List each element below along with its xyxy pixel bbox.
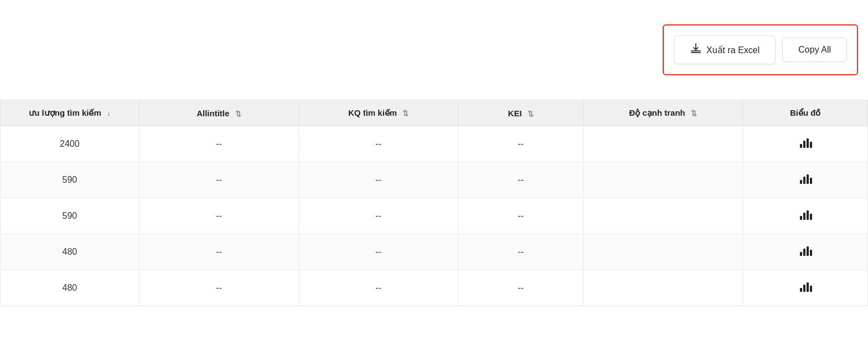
svg-rect-17 (810, 250, 812, 256)
svg-rect-8 (807, 174, 809, 184)
cell-do (583, 126, 742, 162)
cell-kq: -- (299, 198, 458, 234)
cell-luong: 590 (1, 162, 140, 198)
cell-allintitle: -- (139, 198, 298, 234)
cell-bieu[interactable] (743, 234, 868, 270)
export-excel-label: Xuất ra Excel (706, 45, 760, 55)
svg-rect-2 (800, 144, 802, 148)
cell-luong: 480 (1, 234, 140, 270)
svg-rect-20 (807, 282, 809, 292)
main-table: ưu lượng tìm kiếm ↓ Allintitle ⇅ KQ tìm … (0, 100, 868, 306)
top-bar: Xuất ra Excel Copy All (0, 0, 868, 100)
cell-do (583, 234, 742, 270)
cell-do (583, 162, 742, 198)
sort-icon-allintitle: ⇅ (235, 110, 241, 118)
svg-rect-5 (810, 142, 812, 148)
bar-chart-icon (799, 173, 812, 187)
cell-kei: -- (458, 126, 583, 162)
col-header-bieu: Biểu đồ (743, 100, 868, 126)
sort-icon-luong: ↓ (107, 109, 111, 117)
table-header-row: ưu lượng tìm kiếm ↓ Allintitle ⇅ KQ tìm … (1, 100, 868, 126)
export-icon (690, 43, 702, 57)
cell-kq: -- (299, 270, 458, 306)
svg-rect-12 (807, 210, 809, 220)
col-luong-label: ưu lượng tìm kiếm (29, 108, 101, 117)
cell-kq: -- (299, 234, 458, 270)
cell-allintitle: -- (139, 162, 298, 198)
svg-rect-7 (803, 177, 805, 184)
copy-all-label: Copy All (798, 45, 831, 55)
cell-kei: -- (458, 198, 583, 234)
table-row: 590------ (1, 162, 868, 198)
table-row: 590------ (1, 198, 868, 234)
cell-bieu[interactable] (743, 162, 868, 198)
svg-rect-13 (810, 214, 812, 220)
table-row: 480------ (1, 270, 868, 306)
cell-bieu[interactable] (743, 270, 868, 306)
sort-icon-kq: ⇅ (402, 109, 409, 117)
cell-kei: -- (458, 162, 583, 198)
sort-icon-kei: ⇅ (528, 110, 534, 118)
button-group: Xuất ra Excel Copy All (663, 24, 858, 75)
cell-luong: 480 (1, 270, 140, 306)
cell-allintitle: -- (139, 234, 298, 270)
col-header-allintitle[interactable]: Allintitle ⇅ (139, 100, 298, 126)
cell-kei: -- (458, 270, 583, 306)
svg-rect-11 (803, 213, 805, 220)
table-row: 480------ (1, 234, 868, 270)
col-do-label: Độ cạnh tranh (629, 108, 685, 117)
svg-rect-3 (803, 141, 805, 148)
cell-bieu[interactable] (743, 126, 868, 162)
col-header-kei[interactable]: KEI ⇅ (458, 100, 583, 126)
cell-allintitle: -- (139, 126, 298, 162)
svg-rect-10 (800, 216, 802, 220)
page-wrapper: Xuất ra Excel Copy All ưu lượng tìm kiếm… (0, 0, 868, 350)
col-header-luong[interactable]: ưu lượng tìm kiếm ↓ (1, 100, 140, 126)
bar-chart-icon (799, 281, 812, 295)
svg-rect-4 (807, 138, 809, 148)
svg-rect-18 (800, 288, 802, 292)
cell-luong: 590 (1, 198, 140, 234)
svg-rect-6 (800, 180, 802, 184)
sort-icon-do: ⇅ (691, 109, 697, 117)
svg-rect-16 (807, 246, 809, 256)
cell-luong: 2400 (1, 126, 140, 162)
cell-kq: -- (299, 126, 458, 162)
svg-rect-21 (810, 286, 812, 292)
export-excel-button[interactable]: Xuất ra Excel (674, 35, 776, 64)
svg-rect-1 (691, 52, 701, 53)
cell-allintitle: -- (139, 270, 298, 306)
cell-kq: -- (299, 162, 458, 198)
col-bieu-label: Biểu đồ (790, 108, 821, 117)
col-header-kq[interactable]: KQ tìm kiếm ⇅ (299, 100, 458, 126)
svg-rect-14 (800, 252, 802, 256)
col-allintitle-label: Allintitle (197, 109, 229, 118)
svg-rect-19 (803, 285, 805, 292)
svg-rect-0 (691, 50, 701, 52)
col-header-do[interactable]: Độ cạnh tranh ⇅ (583, 100, 742, 126)
copy-all-button[interactable]: Copy All (782, 38, 847, 62)
bar-chart-icon (799, 245, 812, 259)
cell-bieu[interactable] (743, 198, 868, 234)
cell-do (583, 198, 742, 234)
table-row: 2400------ (1, 126, 868, 162)
col-kei-label: KEI (508, 109, 522, 118)
cell-do (583, 270, 742, 306)
table-body: 2400------ 590------ 590------ 480---- (1, 126, 868, 306)
bar-chart-icon (799, 209, 812, 223)
table-wrapper: ưu lượng tìm kiếm ↓ Allintitle ⇅ KQ tìm … (0, 100, 868, 350)
svg-rect-9 (810, 178, 812, 184)
col-kq-label: KQ tìm kiếm (348, 108, 397, 117)
svg-rect-15 (803, 249, 805, 256)
bar-chart-icon (799, 137, 812, 151)
cell-kei: -- (458, 234, 583, 270)
